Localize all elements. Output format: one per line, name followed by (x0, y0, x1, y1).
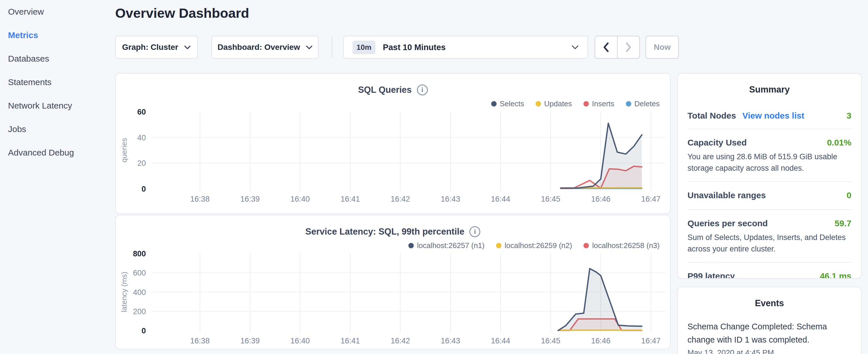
svg-text:16:38: 16:38 (190, 195, 210, 203)
svg-text:latency (ms): latency (ms) (120, 272, 128, 313)
time-range-badge: 10m (352, 41, 375, 54)
time-pager (595, 36, 640, 59)
summary-panel: Summary Total Nodes View nodes list 3 Ca… (677, 73, 862, 279)
summary-row-description: Sum of Selects, Updates, Inserts, and De… (678, 232, 861, 255)
service-latency-plot: 16:3816:3916:4016:4116:4216:4316:4416:45… (116, 215, 671, 349)
dashboard-dropdown[interactable]: Dashboard: Overview (212, 36, 319, 59)
summary-row-value: 3 (846, 111, 851, 121)
graph-dropdown-label: Graph: Cluster (122, 43, 178, 52)
svg-text:16:46: 16:46 (591, 195, 611, 203)
svg-text:0: 0 (142, 326, 146, 335)
sidebar-item-advanced-debug[interactable]: Advanced Debug (0, 141, 115, 164)
svg-text:16:46: 16:46 (591, 336, 611, 345)
summary-row-capacity-used: Capacity Used 0.01% (678, 138, 861, 148)
svg-text:16:38: 16:38 (190, 336, 210, 345)
summary-row-description: You are using 28.6 MiB of 515.9 GiB usab… (678, 151, 861, 174)
svg-text:16:44: 16:44 (491, 195, 510, 203)
svg-text:16:39: 16:39 (241, 195, 260, 203)
sidebar-item-metrics[interactable]: Metrics (0, 24, 115, 47)
toolbar-divider (332, 37, 333, 58)
svg-text:800: 800 (133, 250, 146, 258)
events-title: Events (678, 298, 861, 309)
svg-text:16:44: 16:44 (491, 336, 510, 345)
divider (687, 210, 851, 210)
sidebar-item-statements[interactable]: Statements (0, 70, 115, 94)
svg-text:16:42: 16:42 (391, 195, 410, 203)
event-timestamp: May 13, 2020 at 4:45 PM (678, 349, 861, 354)
chevron-left-icon (602, 42, 610, 53)
summary-row-unavailable-ranges: Unavailable ranges 0 (678, 190, 861, 200)
svg-text:16:45: 16:45 (541, 195, 560, 203)
svg-text:16:43: 16:43 (441, 336, 460, 345)
graph-dropdown[interactable]: Graph: Cluster (115, 36, 198, 59)
svg-text:queries: queries (120, 138, 128, 162)
svg-text:16:42: 16:42 (391, 336, 410, 345)
summary-title: Summary (678, 85, 861, 95)
sql-queries-chart-card: SQL Queries i SelectsUpdatesInsertsDelet… (115, 73, 671, 214)
svg-text:16:41: 16:41 (340, 195, 360, 203)
time-range-selector[interactable]: 10m Past 10 Minutes (343, 36, 588, 59)
svg-text:16:40: 16:40 (290, 195, 310, 203)
event-message: Schema Change Completed: Schema change w… (678, 320, 861, 346)
time-forward-button[interactable] (618, 36, 639, 58)
summary-row-label: Unavailable ranges (687, 190, 766, 200)
svg-text:16:43: 16:43 (441, 195, 460, 203)
svg-text:40: 40 (137, 133, 146, 142)
time-backward-button[interactable] (595, 36, 617, 58)
now-button[interactable]: Now (646, 36, 679, 59)
chevron-down-icon (306, 45, 313, 50)
divider (687, 181, 851, 182)
sidebar-item-network-latency[interactable]: Network Latency (0, 94, 115, 118)
sidebar: Overview Metrics Databases Statements Ne… (0, 0, 115, 354)
summary-row-p99-latency: P99 latency 46.1 ms (678, 271, 861, 279)
svg-text:16:47: 16:47 (641, 336, 661, 345)
summary-row-value: 46.1 ms (820, 271, 851, 279)
svg-text:16:41: 16:41 (340, 336, 360, 345)
summary-row-label: Queries per second (687, 219, 768, 228)
summary-row-value: 0 (846, 190, 851, 200)
svg-text:16:45: 16:45 (541, 336, 560, 345)
sidebar-item-databases[interactable]: Databases (0, 47, 115, 70)
chevron-down-icon (571, 45, 579, 50)
dashboard-dropdown-label: Dashboard: Overview (217, 43, 300, 52)
svg-text:16:40: 16:40 (290, 336, 310, 345)
event-list-item: Schema Change Completed: Schema change w… (678, 320, 861, 354)
view-nodes-list-link[interactable]: View nodes list (742, 111, 804, 121)
summary-row-label: P99 latency (687, 271, 735, 279)
sidebar-item-overview[interactable]: Overview (0, 0, 115, 24)
events-panel: Events Schema Change Completed: Schema c… (677, 287, 862, 354)
summary-row-total-nodes: Total Nodes View nodes list 3 (678, 111, 861, 121)
svg-text:600: 600 (133, 269, 146, 277)
svg-text:20: 20 (137, 159, 146, 167)
divider (687, 129, 851, 129)
page-title: Overview Dashboard (115, 5, 249, 21)
chevron-down-icon (184, 45, 191, 50)
svg-text:16:39: 16:39 (241, 336, 260, 345)
time-range-label: Past 10 Minutes (383, 43, 445, 52)
summary-row-label: Total Nodes (687, 111, 736, 121)
chevron-right-icon (625, 42, 632, 53)
svg-text:0: 0 (142, 185, 146, 193)
svg-text:16:47: 16:47 (641, 195, 661, 203)
sql-queries-plot: 16:3816:3916:4016:4116:4216:4316:4416:45… (116, 74, 671, 214)
svg-text:200: 200 (133, 307, 146, 316)
svg-text:400: 400 (133, 288, 146, 297)
service-latency-chart-card: Service Latency: SQL, 99th percentile i … (115, 215, 671, 349)
summary-row-queries-per-second: Queries per second 59.7 (678, 219, 861, 228)
sidebar-item-jobs[interactable]: Jobs (0, 118, 115, 141)
summary-row-value: 0.01% (827, 138, 851, 148)
divider (687, 262, 851, 263)
summary-row-value: 59.7 (835, 219, 851, 228)
summary-row-label: Capacity Used (687, 138, 747, 148)
svg-text:60: 60 (137, 108, 146, 116)
